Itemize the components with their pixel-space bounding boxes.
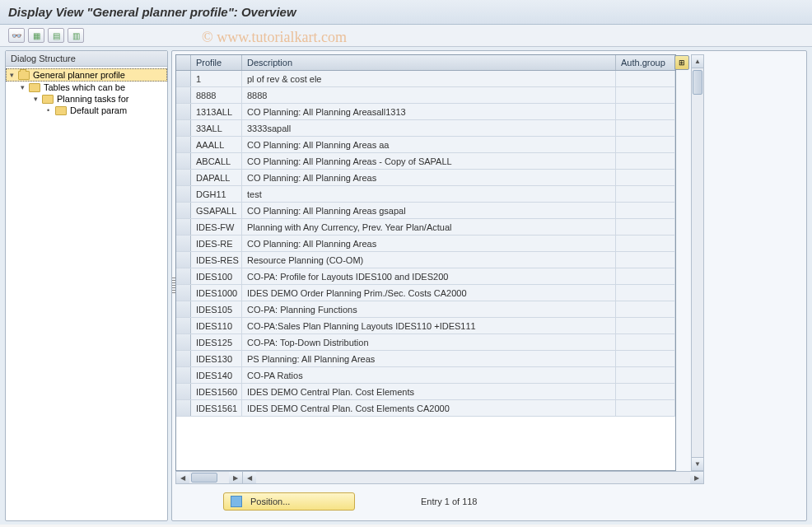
cell-auth-group[interactable] [616, 170, 675, 185]
cell-profile[interactable]: IDES1561 [191, 400, 242, 416]
table-row[interactable]: IDES-FWPlanning with Any Currency, Prev.… [176, 219, 675, 236]
row-selector[interactable] [176, 236, 191, 251]
cell-auth-group[interactable] [616, 351, 675, 366]
table-row[interactable]: IDES1560IDES DEMO Central Plan. Cost Ele… [176, 384, 675, 400]
cell-profile[interactable]: IDES-FW [191, 219, 242, 235]
h-track-left[interactable] [189, 472, 229, 483]
scroll-left-button-2[interactable]: ◀ [243, 472, 256, 483]
table-row[interactable]: DGH11test [176, 186, 675, 203]
cell-description[interactable]: CO-PA Ratios [242, 367, 616, 383]
row-selector[interactable] [176, 400, 191, 416]
row-selector[interactable] [176, 351, 191, 366]
toolbar-btn-2[interactable]: ▦ [28, 28, 44, 43]
cell-profile[interactable]: IDES1560 [191, 384, 242, 399]
h-scroll-left[interactable]: ◀ ▶ [175, 471, 243, 484]
cell-description[interactable]: CO Planning: All Planning Areasall1313 [242, 104, 616, 119]
cell-profile[interactable]: GSAPALL [191, 203, 242, 218]
cell-auth-group[interactable] [616, 334, 675, 350]
cell-description[interactable]: CO Planning: All Planning Areas gsapal [242, 203, 616, 218]
cell-description[interactable]: Planning with Any Currency, Prev. Year P… [242, 219, 616, 235]
scroll-track[interactable] [692, 68, 703, 457]
cell-auth-group[interactable] [616, 367, 675, 383]
scroll-right-button[interactable]: ▶ [229, 472, 242, 483]
cell-auth-group[interactable] [616, 301, 675, 317]
table-settings-button[interactable]: ⊞ [674, 55, 689, 70]
scroll-thumb[interactable] [693, 70, 702, 95]
cell-auth-group[interactable] [616, 252, 675, 268]
row-selector[interactable] [176, 384, 191, 399]
cell-description[interactable]: CO Planning: All Planning Areas [242, 170, 616, 185]
cell-profile[interactable]: IDES110 [191, 318, 242, 333]
cell-auth-group[interactable] [616, 268, 675, 284]
cell-description[interactable]: 8888 [242, 87, 616, 103]
row-selector[interactable] [176, 367, 191, 383]
cell-auth-group[interactable] [616, 120, 675, 136]
cell-description[interactable]: CO-PA: Top-Down Distribution [242, 334, 616, 350]
row-selector[interactable] [176, 153, 191, 169]
cell-profile[interactable]: AAALL [191, 137, 242, 152]
cell-auth-group[interactable] [616, 153, 675, 169]
cell-auth-group[interactable] [616, 400, 675, 416]
cell-profile[interactable]: DAPALL [191, 170, 242, 185]
cell-profile[interactable]: ABCALL [191, 153, 242, 169]
tree-toggle-icon[interactable]: ▾ [21, 83, 29, 91]
vertical-scrollbar[interactable]: ▲ ▼ [691, 54, 704, 471]
cell-auth-group[interactable] [616, 186, 675, 202]
table-row[interactable]: IDES125CO-PA: Top-Down Distribution [176, 334, 675, 351]
cell-profile[interactable]: 1313ALL [191, 104, 242, 119]
table-row[interactable]: GSAPALLCO Planning: All Planning Areas g… [176, 203, 675, 219]
cell-description[interactable]: CO-PA: Planning Functions [242, 301, 616, 317]
scroll-right-button-2[interactable]: ▶ [690, 472, 703, 483]
row-selector[interactable] [176, 285, 191, 301]
cell-description[interactable]: CO Planning: All Planning Areas - Copy o… [242, 153, 616, 169]
cell-description[interactable]: PS Planning: All Planning Areas [242, 351, 616, 366]
column-profile[interactable]: Profile [191, 55, 242, 70]
row-selector[interactable] [176, 268, 191, 284]
row-selector[interactable] [176, 87, 191, 103]
table-row[interactable]: ABCALLCO Planning: All Planning Areas - … [176, 153, 675, 170]
table-row[interactable]: IDES130PS Planning: All Planning Areas [176, 351, 675, 367]
cell-description[interactable]: CO-PA: Profile for Layouts IDES100 and I… [242, 268, 616, 284]
table-row[interactable]: 1pl of rev & cost ele [176, 71, 675, 87]
table-row[interactable]: 1313ALLCO Planning: All Planning Areasal… [176, 104, 675, 120]
cell-profile[interactable]: IDES-RES [191, 252, 242, 268]
row-selector[interactable] [176, 120, 191, 136]
cell-auth-group[interactable] [616, 236, 675, 251]
h-scroll-right[interactable]: ◀ ▶ [242, 471, 704, 484]
column-selector[interactable] [176, 55, 191, 70]
cell-profile[interactable]: 33ALL [191, 120, 242, 136]
cell-description[interactable]: Resource Planning (CO-OM) [242, 252, 616, 268]
cell-description[interactable]: CO-PA:Sales Plan Planning Layouts IDES11… [242, 318, 616, 333]
cell-auth-group[interactable] [616, 318, 675, 333]
row-selector[interactable] [176, 71, 191, 86]
cell-auth-group[interactable] [616, 137, 675, 152]
tree-item-general-planner[interactable]: ▾ General planner profile [6, 68, 167, 82]
table-row[interactable]: AAALLCO Planning: All Planning Areas aa [176, 137, 675, 153]
toolbar-btn-3[interactable]: ▤ [48, 28, 64, 43]
tree-toggle-icon[interactable]: ▾ [10, 71, 18, 79]
row-selector[interactable] [176, 104, 191, 119]
scroll-down-button[interactable]: ▼ [692, 457, 703, 470]
tree-item-default-param[interactable]: • Default param [6, 105, 167, 116]
row-selector[interactable] [176, 318, 191, 333]
scroll-up-button[interactable]: ▲ [692, 55, 703, 68]
tree-toggle-icon[interactable]: ▾ [34, 95, 42, 103]
cell-profile[interactable]: IDES105 [191, 301, 242, 317]
cell-auth-group[interactable] [616, 285, 675, 301]
tree-item-planning[interactable]: ▾ Planning tasks for [6, 93, 167, 105]
table-row[interactable]: IDES140CO-PA Ratios [176, 367, 675, 384]
column-description[interactable]: Description [242, 55, 616, 70]
cell-auth-group[interactable] [616, 384, 675, 399]
cell-profile[interactable]: 8888 [191, 87, 242, 103]
table-row[interactable]: IDES1561IDES DEMO Central Plan. Cost Ele… [176, 400, 675, 417]
toolbar-btn-4[interactable]: ▥ [68, 28, 84, 43]
cell-profile[interactable]: IDES140 [191, 367, 242, 383]
cell-auth-group[interactable] [616, 71, 675, 86]
table-row[interactable]: IDES1000IDES DEMO Order Planning Prim./S… [176, 285, 675, 301]
cell-profile[interactable]: IDES1000 [191, 285, 242, 301]
tree-item-tables[interactable]: ▾ Tables which can be [6, 82, 167, 93]
row-selector[interactable] [176, 252, 191, 268]
row-selector[interactable] [176, 219, 191, 235]
cell-description[interactable]: IDES DEMO Central Plan. Cost Elements [242, 384, 616, 399]
cell-description[interactable]: CO Planning: All Planning Areas [242, 236, 616, 251]
